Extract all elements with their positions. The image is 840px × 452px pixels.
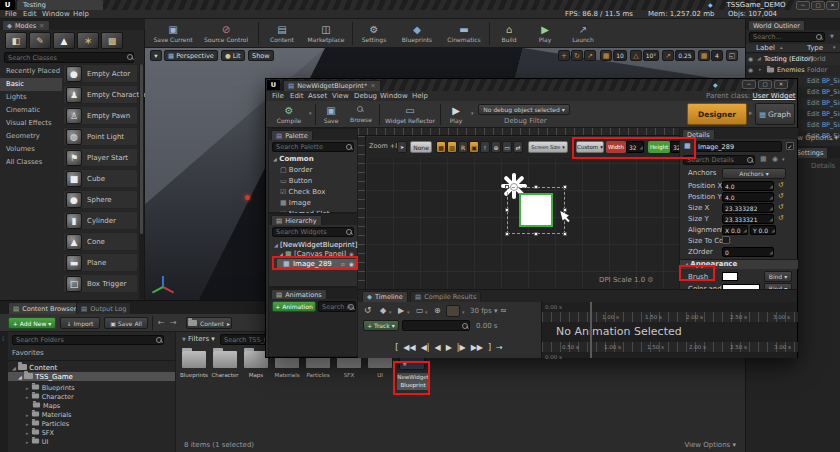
wb-asset-tab[interactable]: ▤NewWidgetBlueprint*✕ bbox=[283, 80, 381, 91]
grid-view-icon[interactable]: ▦ bbox=[760, 156, 767, 164]
brush-swatch[interactable] bbox=[722, 272, 738, 281]
content-button[interactable]: ▤Content bbox=[262, 20, 302, 47]
category-geometry[interactable]: Geometry bbox=[0, 130, 62, 143]
add-new-button[interactable]: +Add New▾ bbox=[8, 317, 56, 329]
resize-handle[interactable] bbox=[505, 232, 509, 236]
resize-handle[interactable] bbox=[505, 208, 509, 212]
animations-tab[interactable]: ▤Animations bbox=[271, 289, 327, 299]
place-item-plane[interactable]: ▬Plane bbox=[63, 253, 138, 272]
rect-icon[interactable]: ▭ bbox=[416, 307, 424, 316]
menu-asset[interactable]: Asset bbox=[308, 93, 327, 101]
anchors-dropdown[interactable]: Anchors▾ bbox=[722, 168, 786, 179]
chevron-down-icon[interactable]: ▾ bbox=[309, 111, 312, 117]
play-icon[interactable]: ▶ bbox=[398, 307, 404, 316]
browse-button[interactable]: Browse bbox=[346, 101, 376, 128]
grid-snap-value[interactable]: 10 bbox=[613, 50, 627, 61]
chevron-down-icon[interactable]: ▾ bbox=[407, 310, 410, 316]
eye-icon[interactable]: ◉ bbox=[349, 251, 354, 257]
add-animation-button[interactable]: + Animation bbox=[272, 301, 316, 312]
playback-next-frame-button[interactable]: |▶ bbox=[457, 343, 466, 352]
outliner-search-input[interactable] bbox=[749, 32, 825, 42]
tree-item-maps[interactable]: Maps bbox=[32, 402, 60, 410]
type-column-header[interactable]: Type bbox=[807, 45, 823, 53]
widget-reflector-button[interactable]: ▭Widget Reflector bbox=[382, 101, 438, 128]
chevron-down-icon[interactable]: ▾ bbox=[471, 111, 474, 117]
screen-size-button[interactable]: Screen Size▾ bbox=[528, 141, 568, 153]
maximize-button[interactable]: ▢ bbox=[811, 1, 825, 10]
sources-collapse-bar[interactable]: ⁞ bbox=[0, 332, 8, 452]
level-tab[interactable]: Testing bbox=[17, 0, 103, 10]
menu-debug[interactable]: Debug bbox=[354, 93, 377, 101]
position-x-field[interactable]: 4.0◢ bbox=[722, 181, 774, 191]
playback-reverse-button[interactable]: ◀ bbox=[434, 343, 440, 352]
spinner-icon[interactable]: ◢ bbox=[639, 142, 643, 153]
actor-marker[interactable] bbox=[245, 195, 250, 200]
expander-icon[interactable]: ▸ bbox=[759, 67, 762, 73]
size-to-content-checkbox[interactable] bbox=[722, 236, 730, 244]
place-mode-icon[interactable]: ◧ bbox=[5, 32, 27, 49]
localization-button[interactable]: ! bbox=[480, 141, 490, 153]
size-x-field[interactable]: 23.333282◢ bbox=[722, 203, 774, 213]
timeline-tab[interactable]: ◆Timeline bbox=[362, 291, 408, 302]
scale-tool-icon[interactable]: ↗ bbox=[584, 50, 596, 61]
timeline-ruler-bottom[interactable]: 0.50 s 1.00 s 1.50 s 2.00 s 2.50 s 3.00 … bbox=[542, 342, 798, 352]
flow-direction-button[interactable]: ⇄ bbox=[513, 141, 523, 153]
camera-mode-button[interactable]: ▦Perspective bbox=[164, 50, 218, 61]
hierarchy-root[interactable]: ◢ [NewWidgetBlueprint] bbox=[274, 242, 357, 250]
lock-toggle-button[interactable]: ▥ bbox=[447, 141, 457, 153]
details-tab[interactable]: Details bbox=[682, 129, 715, 139]
modes-scrollbar[interactable] bbox=[139, 64, 144, 299]
resize-handle[interactable] bbox=[534, 232, 538, 236]
fps-selector[interactable]: 30 fps ▾ bbox=[470, 308, 497, 316]
maximize-button[interactable]: ▢ bbox=[758, 80, 772, 89]
snap-toggle-button[interactable]: ▣ bbox=[469, 141, 479, 153]
close-button[interactable]: ✕ bbox=[826, 1, 839, 10]
rotation-snap-value[interactable]: 10° bbox=[643, 50, 659, 61]
palette-search-input[interactable] bbox=[272, 142, 354, 152]
eye-icon[interactable]: ◉ bbox=[349, 261, 354, 267]
brush-bind-button[interactable]: Bind▾ bbox=[764, 271, 792, 282]
tree-item-selected[interactable]: ◢ TSS_Game bbox=[8, 372, 175, 381]
category-cinematic[interactable]: Cinematic bbox=[0, 104, 62, 117]
timeline-ruler-top[interactable]: 1.00 s 1.50 s 2.00 s 2.50 s 3.00 s bbox=[542, 312, 798, 322]
modes-tab[interactable]: ◆ Modes ✕ bbox=[2, 20, 50, 30]
debug-object-select[interactable]: No debug object selected▾ bbox=[478, 104, 570, 115]
scale-snap-value[interactable]: 0.25 bbox=[675, 50, 695, 61]
rotate-tool-icon[interactable]: ↻ bbox=[571, 50, 583, 61]
outliner-row[interactable]: ◉◢Testing (Editor)World bbox=[746, 54, 840, 65]
category-volumes[interactable]: Volumes bbox=[0, 143, 62, 156]
playback-play-button[interactable]: ▶ bbox=[446, 343, 452, 352]
play-button[interactable]: ▶Play bbox=[528, 20, 562, 47]
back-icon[interactable]: ← bbox=[158, 319, 165, 328]
parent-class-value[interactable]: User Widget bbox=[753, 92, 796, 100]
asset-folder-blueprints[interactable]: Blueprints bbox=[180, 348, 208, 390]
position-y-field[interactable]: 4.0◢ bbox=[722, 192, 774, 202]
width-field[interactable]: 32◢ bbox=[626, 141, 644, 153]
playback-loop-button[interactable]: → bbox=[496, 343, 503, 352]
move-tool-icon[interactable]: + bbox=[558, 50, 570, 61]
reset-icon[interactable]: ↺ bbox=[778, 193, 784, 201]
hierarchy-tab[interactable]: ▤Hierarchy bbox=[271, 215, 322, 225]
menu-help[interactable]: Help bbox=[73, 11, 89, 19]
label-column-header[interactable]: Label bbox=[756, 45, 775, 53]
menu-file[interactable]: File bbox=[5, 11, 17, 19]
menu-edit[interactable]: Edit bbox=[23, 11, 37, 19]
safe-zone-button[interactable]: ▭ bbox=[502, 141, 512, 153]
blueprints-button[interactable]: ◆Blueprints bbox=[395, 20, 439, 47]
chevron-down-icon[interactable]: ▾ bbox=[782, 157, 785, 163]
locate-widget-button[interactable]: ⊕ bbox=[491, 141, 501, 153]
save-all-button[interactable]: ▣Save All bbox=[104, 317, 148, 329]
build-button[interactable]: ⌂Build bbox=[492, 20, 526, 47]
alignment-x-field[interactable]: X 0.0◢ bbox=[722, 225, 748, 235]
designer-canvas[interactable]: DPI Scale 1.0 ⚙ bbox=[366, 136, 679, 289]
appearance-section-header[interactable]: ◢ Appearance bbox=[680, 259, 798, 269]
hierarchy-selected-row[interactable]: ▦ Image_289 bbox=[277, 259, 357, 269]
content-browser-tab[interactable]: ▤Content Browser bbox=[8, 302, 81, 314]
tree-item-materials[interactable]: ▸ Materials bbox=[26, 411, 71, 419]
marketplace-button[interactable]: ◫Marketplace bbox=[302, 20, 350, 47]
add-track-button[interactable]: + Track▾ bbox=[363, 320, 399, 331]
minimize-button[interactable]: ─ bbox=[796, 1, 810, 10]
grid-ruler-button[interactable]: R bbox=[458, 141, 468, 153]
camera-speed-icon[interactable]: ▦ bbox=[698, 50, 710, 61]
tree-item-character[interactable]: ▸ Character bbox=[26, 393, 74, 401]
